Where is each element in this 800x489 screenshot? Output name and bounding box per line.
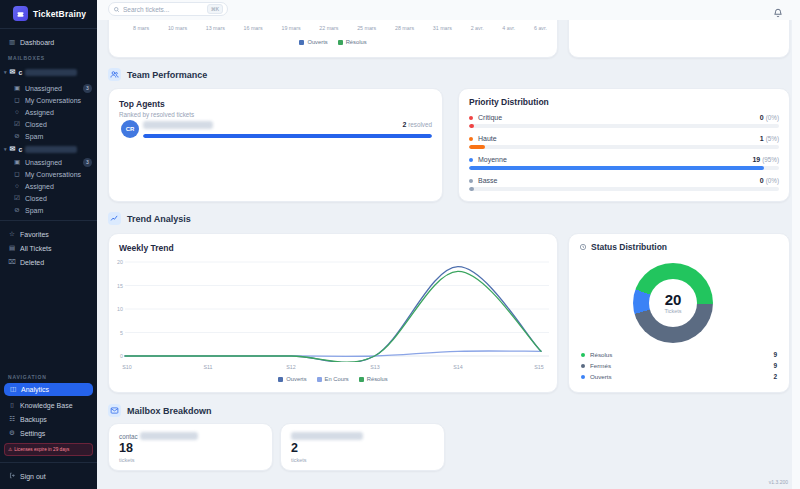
chart-legend: Ouverts Résolus [109,39,557,45]
priority-bar-fill [469,187,474,191]
bar-chart-icon: ◫ [9,386,17,393]
sidebar-item-assigned-1[interactable]: ○ Assigned [13,106,92,118]
sidebar-item-deleted[interactable]: ⌧ Deleted [8,256,92,268]
chevron-down-icon: ▾ [4,69,7,75]
redacted-mailbox-name [25,69,77,76]
check-square-icon: ☑ [13,121,21,128]
slash-circle-icon: ⊘ [13,133,21,140]
sidebar-item-unassigned-1[interactable]: ▣ Unassigned 3 [13,82,92,94]
legend-swatch [317,377,322,382]
notifications-bell-icon[interactable] [773,4,784,15]
sidebar: TicketBrainy ▥ Dashboard MAILBOXES ▾ ✉ c… [0,0,97,489]
mail-icon [108,404,121,417]
weekly-trend-card: Weekly Trend 20 15 10 5 0 S10 S11 S12 S1… [108,233,558,393]
donut-center-label: 20 Tickets [633,291,713,314]
chevron-down-icon: ▾ [4,146,7,152]
mailbox-breakdown-section-header: Mailbox Breakdown [108,404,212,417]
sidebar-item-favorites[interactable]: ☆ Favorites [8,228,92,240]
gear-icon: ⚙ [8,430,16,437]
sidebar-item-my-conversations-2[interactable]: ◻ My Conversations [13,168,92,180]
priority-row-basse: Basse 0 (0%) [469,176,779,185]
weekly-trend-legend: Ouverts En Cours Résolus [109,376,557,382]
priority-row-haute: Haute 1 (5%) [469,134,779,143]
mailbox-name: contac [119,432,198,440]
mailbox-stat-card-1: contac 18 tickets [108,423,273,471]
license-warning-banner[interactable]: ⚠ Licenses expire in 29 days [4,443,93,456]
search-icon [113,6,120,13]
legend-item: Résolus [338,39,367,45]
sidebar-item-closed-1[interactable]: ☑ Closed [13,118,92,130]
star-icon: ☆ [8,231,16,238]
priority-row-critique: Critique 0 (0%) [469,113,779,122]
sidebar-item-all-tickets[interactable]: ▤ All Tickets [8,242,92,254]
priority-row-moyenne: Moyenne 19 (95%) [469,155,779,164]
status-dot [581,375,585,379]
sidebar-item-assigned-2[interactable]: ○ Assigned [13,180,92,192]
mailbox-group-2[interactable]: ▾ ✉ c [4,143,92,155]
mailbox-name [291,432,363,440]
divider [0,28,97,29]
priority-dot [469,137,473,141]
search-bar[interactable]: ⌘K [108,2,228,16]
database-icon: ☷ [8,416,16,423]
app-title: TicketBrainy [33,9,86,19]
scrollbar-track[interactable] [792,0,800,489]
inbox-icon: ▣ [13,159,21,166]
divider [0,462,97,463]
priority-distribution-card: Priority Distribution Critique 0 (0%) Ha… [458,88,790,202]
legend-item: Ouverts [278,376,306,382]
priority-bar-fill [469,124,474,128]
search-input[interactable] [123,6,204,13]
sidebar-item-unassigned-2[interactable]: ▣ Unassigned 3 [13,156,92,168]
trend-line-icon [108,212,121,225]
status-legend-fermes: Fermés 9 [581,361,777,370]
mailboxes-section-label: MAILBOXES [8,55,45,61]
warning-icon: ⚠ [8,447,12,452]
sidebar-item-closed-2[interactable]: ☑ Closed [13,192,92,204]
chat-icon: ◻ [13,171,21,178]
sidebar-item-my-conversations-1[interactable]: ◻ My Conversations [13,94,92,106]
weekly-trend-chart [109,258,559,362]
sidebar-item-spam-2[interactable]: ⊘ Spam [13,204,92,216]
priority-dot [469,116,473,120]
check-square-icon: ☑ [13,195,21,202]
sidebar-item-knowledge-base[interactable]: ▯ Knowledge Base [8,399,92,411]
priority-dot [469,158,473,162]
card-subtitle: Ranked by resolved tickets [119,111,194,118]
sidebar-item-settings[interactable]: ⚙ Settings [8,427,92,439]
legend-item: Résolus [359,376,388,382]
user-icon: ○ [13,183,21,190]
unassigned-count-badge: 3 [83,84,92,93]
envelope-icon: ✉ [10,68,16,76]
redacted-mailbox-name [140,432,198,440]
mailbox-group-1[interactable]: ▾ ✉ c [4,66,92,78]
sidebar-item-dashboard[interactable]: ▥ Dashboard [8,36,92,48]
sign-out-button[interactable]: Sign out [8,470,92,482]
app-root: TicketBrainy ▥ Dashboard MAILBOXES ▾ ✉ c… [0,0,800,489]
unassigned-count-badge: 3 [83,158,92,167]
agent-progress-fill [143,134,432,138]
status-card-header: Status Distribution [579,242,667,252]
sidebar-item-analytics[interactable]: ◫ Analytics [4,383,93,396]
redacted-mailbox-name [291,432,363,440]
resolved-count: 2 resolved [403,121,432,128]
status-dot [581,364,585,368]
legend-swatch [278,377,283,382]
x-axis-labels: 8 mars 10 mars 13 mars 16 mars 19 mars 2… [133,25,547,31]
priority-dot [469,179,473,183]
users-icon [108,68,121,81]
sidebar-item-backups[interactable]: ☷ Backups [8,413,92,425]
trend-analysis-section-header: Trend Analysis [108,212,191,225]
envelope-icon: ✉ [10,145,16,153]
legend-swatch [359,377,364,382]
status-dot [581,353,585,357]
sidebar-item-spam-1[interactable]: ⊘ Spam [13,130,92,142]
legend-item: Ouverts [299,39,327,45]
legend-swatch [299,40,304,45]
status-legend-resolus: Résolus 9 [581,350,777,359]
agent-avatar: CR [121,120,139,138]
top-header: ⌘K [97,0,800,20]
status-legend-ouverts: Ouverts 2 [581,372,777,381]
legend-item: En Cours [317,376,349,382]
clock-icon [579,243,587,251]
